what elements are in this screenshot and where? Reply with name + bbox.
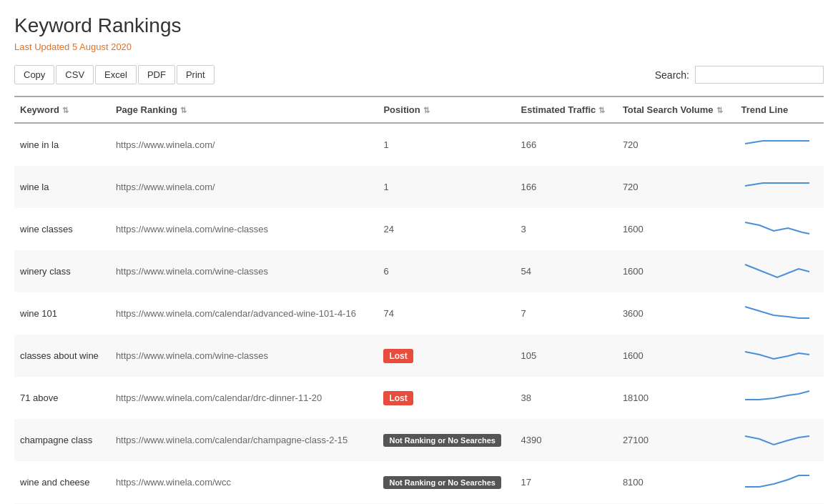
table-row: wine in lahttps://www.winela.com/1166720 bbox=[14, 123, 824, 166]
trend-line-svg bbox=[741, 257, 813, 283]
keyword-cell: wine classes bbox=[14, 208, 110, 250]
trend-cell bbox=[736, 208, 824, 250]
url-cell: https://www.winela.com/calendar/drc-dinn… bbox=[110, 377, 378, 419]
position-cell: 1 bbox=[378, 123, 515, 166]
keyword-cell: classes about wine bbox=[14, 335, 110, 377]
search-volume-cell: 18100 bbox=[617, 377, 736, 419]
trend-cell bbox=[736, 377, 824, 419]
sort-icon: ⇅ bbox=[62, 106, 69, 114]
traffic-cell: 166 bbox=[516, 123, 617, 166]
col-header-keyword[interactable]: Keyword⇅ bbox=[14, 97, 110, 123]
col-header-position[interactable]: Position⇅ bbox=[378, 97, 515, 123]
table-row: wine lahttps://www.winela.com/1166720 bbox=[14, 166, 824, 208]
position-cell: Lost bbox=[378, 335, 515, 377]
lost-badge: Lost bbox=[383, 349, 413, 363]
url-cell: https://www.winela.com/wcc bbox=[110, 461, 378, 503]
search-volume-cell: 1600 bbox=[617, 250, 736, 292]
copy-button[interactable]: Copy bbox=[14, 65, 54, 84]
search-volume-cell: 1600 bbox=[617, 208, 736, 250]
pdf-button[interactable]: PDF bbox=[138, 65, 175, 84]
trend-line-svg bbox=[741, 342, 813, 367]
trend-line-svg bbox=[741, 300, 813, 325]
col-header-page-ranking[interactable]: Page Ranking⇅ bbox=[110, 97, 378, 123]
col-header-estimated-traffic[interactable]: Estimated Traffic⇅ bbox=[516, 97, 617, 123]
position-cell: 74 bbox=[378, 292, 515, 335]
trend-line-svg bbox=[741, 131, 813, 157]
position-cell: 1 bbox=[378, 166, 515, 208]
search-volume-cell: 27100 bbox=[617, 419, 736, 461]
position-cell: Not Ranking or No Searches bbox=[378, 419, 515, 461]
trend-cell bbox=[736, 461, 824, 503]
keyword-cell: wine la bbox=[14, 166, 110, 208]
position-cell: 6 bbox=[378, 250, 515, 292]
search-label: Search: bbox=[655, 69, 689, 81]
print-button[interactable]: Print bbox=[177, 65, 215, 84]
traffic-cell: 105 bbox=[516, 335, 617, 377]
keyword-cell: wine in la bbox=[14, 123, 110, 166]
traffic-cell: 166 bbox=[516, 166, 617, 208]
search-volume-cell: 8100 bbox=[617, 461, 736, 503]
url-cell: https://www.winela.com/ bbox=[110, 166, 378, 208]
trend-cell bbox=[736, 123, 824, 166]
trend-cell bbox=[736, 419, 824, 461]
trend-cell bbox=[736, 335, 824, 377]
url-cell: https://www.winela.com/calendar/advanced… bbox=[110, 292, 378, 335]
keyword-cell: 71 above bbox=[14, 377, 110, 419]
position-cell: Not Ranking or No Searches bbox=[378, 461, 515, 503]
trend-cell bbox=[736, 166, 824, 208]
table-row: wine 101https://www.winela.com/calendar/… bbox=[14, 292, 824, 335]
trend-line-svg bbox=[741, 215, 813, 241]
table-header: Keyword⇅Page Ranking⇅Position⇅Estimated … bbox=[14, 97, 824, 123]
url-cell: https://www.winela.com/wine-classes bbox=[110, 250, 378, 292]
keyword-cell: wine 101 bbox=[14, 292, 110, 335]
table-row: winery classhttps://www.winela.com/wine-… bbox=[14, 250, 824, 292]
url-cell: https://www.winela.com/calendar/champagn… bbox=[110, 419, 378, 461]
csv-button[interactable]: CSV bbox=[56, 65, 94, 84]
not-ranking-badge: Not Ranking or No Searches bbox=[383, 476, 501, 489]
url-cell: https://www.winela.com/wine-classes bbox=[110, 335, 378, 377]
trend-cell bbox=[736, 250, 824, 292]
sort-icon: ⇅ bbox=[716, 106, 723, 114]
position-cell: 24 bbox=[378, 208, 515, 250]
trend-line-svg bbox=[741, 426, 813, 452]
traffic-cell: 4390 bbox=[516, 419, 617, 461]
toolbar: CopyCSVExcelPDFPrint Search: bbox=[14, 65, 824, 84]
search-area: Search: bbox=[655, 66, 824, 84]
trend-line-svg bbox=[741, 468, 813, 494]
traffic-cell: 38 bbox=[516, 377, 617, 419]
url-cell: https://www.winela.com/ bbox=[110, 123, 378, 166]
col-header-trend-line: Trend Line bbox=[736, 97, 824, 123]
trend-cell bbox=[736, 292, 824, 335]
traffic-cell: 54 bbox=[516, 250, 617, 292]
keyword-cell: winery class bbox=[14, 250, 110, 292]
table-row: champagne classhttps://www.winela.com/ca… bbox=[14, 419, 824, 461]
trend-line-svg bbox=[741, 384, 813, 410]
search-volume-cell: 1600 bbox=[617, 335, 736, 377]
lost-badge: Lost bbox=[383, 391, 413, 405]
toolbar-buttons: CopyCSVExcelPDFPrint bbox=[14, 65, 215, 84]
search-input[interactable] bbox=[695, 66, 824, 84]
not-ranking-badge: Not Ranking or No Searches bbox=[383, 434, 501, 447]
search-volume-cell: 720 bbox=[617, 123, 736, 166]
keyword-cell: wine and cheese bbox=[14, 461, 110, 503]
traffic-cell: 17 bbox=[516, 461, 617, 503]
url-cell: https://www.winela.com/wine-classes bbox=[110, 208, 378, 250]
col-header-total-search-volume[interactable]: Total Search Volume⇅ bbox=[617, 97, 736, 123]
position-cell: Lost bbox=[378, 377, 515, 419]
excel-button[interactable]: Excel bbox=[95, 65, 137, 84]
search-volume-cell: 720 bbox=[617, 166, 736, 208]
page-title: Keyword Rankings bbox=[14, 14, 824, 37]
table-row: classes about winehttps://www.winela.com… bbox=[14, 335, 824, 377]
sort-icon: ⇅ bbox=[180, 106, 187, 114]
table-row: wine and cheesehttps://www.winela.com/wc… bbox=[14, 461, 824, 503]
trend-line-svg bbox=[741, 173, 813, 199]
table-row: wine classeshttps://www.winela.com/wine-… bbox=[14, 208, 824, 250]
traffic-cell: 3 bbox=[516, 208, 617, 250]
table-row: 71 abovehttps://www.winela.com/calendar/… bbox=[14, 377, 824, 419]
page-subtitle: Last Updated 5 August 2020 bbox=[14, 41, 824, 52]
keyword-table: Keyword⇅Page Ranking⇅Position⇅Estimated … bbox=[14, 96, 824, 504]
traffic-cell: 7 bbox=[516, 292, 617, 335]
sort-icon: ⇅ bbox=[598, 106, 605, 114]
table-body: wine in lahttps://www.winela.com/1166720… bbox=[14, 123, 824, 504]
keyword-cell: champagne class bbox=[14, 419, 110, 461]
